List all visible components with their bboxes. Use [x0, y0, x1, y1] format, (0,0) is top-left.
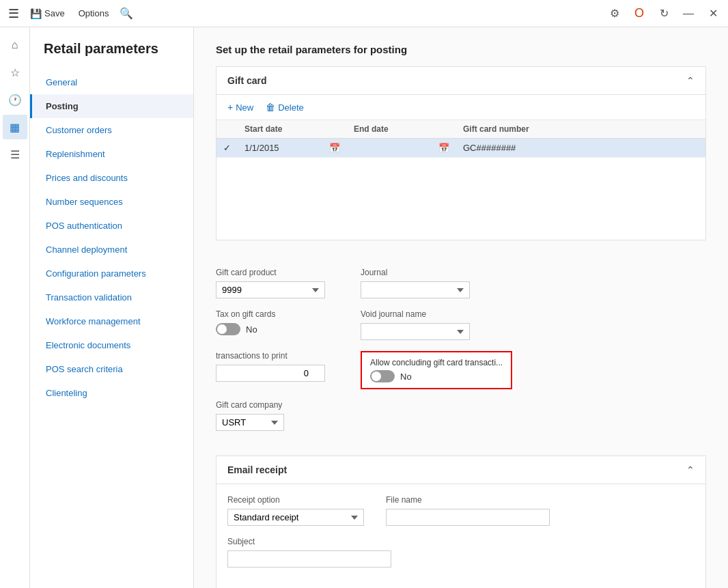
new-label: New: [236, 102, 253, 113]
gift-card-section: Gift card ⌃ + New 🗑 Delete: [216, 66, 706, 240]
top-bar-right: ⚙ O ↻ — ✕: [605, 4, 723, 23]
allow-concluding-highlight: Allow concluding gift card transacti... …: [361, 351, 512, 389]
gift-card-collapse-btn[interactable]: ⌃: [686, 75, 695, 86]
nav-clock-btn[interactable]: 🕐: [3, 87, 27, 112]
delete-label: Delete: [278, 102, 304, 113]
tax-toggle-row: No: [216, 323, 339, 335]
sidebar-item-posting[interactable]: Posting: [30, 94, 193, 118]
subject-input[interactable]: [227, 550, 391, 568]
col-end-date: End date: [347, 120, 456, 139]
close-button[interactable]: ✕: [703, 4, 723, 23]
void-journal-group: Void journal name: [361, 309, 484, 340]
sidebar-item-replenishment[interactable]: Replenishment: [30, 142, 193, 166]
sidebar-item-general[interactable]: General: [30, 70, 193, 94]
row-check: ✓: [216, 139, 238, 158]
tax-no-label: No: [246, 324, 257, 335]
sidebar-item-pos-authentication[interactable]: POS authentication: [30, 214, 193, 238]
new-button[interactable]: + New: [222, 99, 259, 115]
row-end-date[interactable]: 📅: [347, 139, 456, 158]
sidebar: Retail parameters General Posting Custom…: [30, 27, 194, 588]
receipt-option-select[interactable]: Standard receipt: [227, 509, 364, 526]
row-start-date[interactable]: 1/1/2015 📅: [238, 139, 347, 158]
options-button[interactable]: Options: [73, 5, 115, 21]
top-bar: ☰ 💾 Save Options 🔍 ⚙ O ↻ — ✕: [0, 0, 728, 27]
gift-card-product-select[interactable]: 9999: [216, 281, 325, 298]
sidebar-item-configuration-parameters[interactable]: Configuration parameters: [30, 262, 193, 285]
save-icon: 💾: [30, 8, 42, 19]
search-button[interactable]: 🔍: [117, 4, 136, 23]
nav-list-btn[interactable]: ☰: [3, 142, 27, 167]
file-name-group: File name: [386, 495, 550, 526]
end-date-calendar-icon[interactable]: 📅: [438, 143, 449, 153]
email-receipt-title: Email receipt: [227, 464, 287, 475]
table-empty-space: [216, 158, 705, 240]
options-label: Options: [79, 8, 109, 18]
form-row-4: Gift card company USRT: [216, 400, 706, 431]
tax-gift-cards-label: Tax on gift cards: [216, 309, 339, 319]
subject-group: Subject: [227, 537, 391, 568]
tax-toggle[interactable]: [216, 323, 240, 335]
gift-card-form: Gift card product 9999 Journal: [216, 254, 706, 456]
journal-group: Journal: [361, 268, 484, 298]
sidebar-item-electronic-documents[interactable]: Electronic documents: [30, 333, 193, 357]
file-name-input[interactable]: [386, 509, 550, 526]
sidebar-item-transaction-validation[interactable]: Transaction validation: [30, 285, 193, 309]
save-button[interactable]: 💾 Save: [25, 5, 70, 22]
sidebar-item-prices-discounts[interactable]: Prices and discounts: [30, 166, 193, 190]
nav-star-btn[interactable]: ☆: [3, 60, 27, 85]
gift-card-product-label: Gift card product: [216, 268, 339, 277]
sidebar-item-clienteling[interactable]: Clienteling: [30, 381, 193, 405]
settings-icon-btn[interactable]: ⚙: [605, 4, 624, 23]
sidebar-item-customer-orders[interactable]: Customer orders: [30, 118, 193, 142]
email-receipt-header[interactable]: Email receipt ⌃: [216, 456, 705, 484]
allow-concluding-toggle[interactable]: [370, 370, 395, 382]
table-body: ✓ 1/1/2015 📅: [216, 139, 705, 158]
save-label: Save: [44, 8, 65, 18]
main-content: Set up the retail parameters for posting…: [194, 27, 728, 588]
receipt-option-group: Receipt option Standard receipt: [227, 495, 364, 526]
page-title: Retail parameters: [30, 41, 193, 70]
row-gift-card-number: GC########: [456, 139, 705, 158]
transactions-to-print-label: transactions to print: [216, 351, 339, 361]
receipt-option-label: Receipt option: [227, 495, 364, 505]
allow-concluding-no-label: No: [400, 372, 412, 382]
allow-concluding-group: Allow concluding gift card transacti... …: [361, 351, 512, 389]
void-journal-select[interactable]: [361, 323, 470, 340]
table-row[interactable]: ✓ 1/1/2015 📅: [216, 139, 705, 158]
content-inner: Set up the retail parameters for posting…: [194, 27, 728, 588]
email-receipt-section: Email receipt ⌃ Receipt option Standard …: [216, 456, 706, 588]
hamburger-button[interactable]: ☰: [5, 3, 22, 24]
gift-card-section-header[interactable]: Gift card ⌃: [216, 67, 705, 95]
top-bar-left: ☰ 💾 Save Options 🔍: [5, 3, 602, 24]
transactions-to-print-input[interactable]: 0: [216, 365, 325, 382]
section-subtitle: Set up the retail parameters for posting: [216, 44, 706, 55]
form-row-2: Tax on gift cards No Void journal name: [216, 309, 706, 340]
start-date-calendar-icon[interactable]: 📅: [329, 143, 340, 153]
allow-concluding-label: Allow concluding gift card transacti...: [370, 358, 503, 367]
refresh-button[interactable]: ↻: [654, 4, 673, 23]
gift-card-product-group: Gift card product 9999: [216, 268, 339, 298]
sidebar-item-channel-deployment[interactable]: Channel deployment: [30, 238, 193, 262]
gift-card-company-select[interactable]: USRT: [216, 414, 284, 431]
gift-card-toolbar: + New 🗑 Delete: [216, 95, 705, 120]
sidebar-item-pos-search-criteria[interactable]: POS search criteria: [30, 357, 193, 381]
minimize-button[interactable]: —: [679, 4, 698, 23]
delete-button[interactable]: 🗑 Delete: [260, 99, 309, 115]
subject-label: Subject: [227, 537, 391, 546]
nav-home-btn[interactable]: ⌂: [3, 33, 27, 57]
allow-concluding-toggle-row: No: [370, 370, 503, 382]
gift-card-table-area: Start date End date Gift card number ✓: [216, 120, 705, 240]
col-start-date: Start date: [238, 120, 347, 139]
journal-select[interactable]: [361, 281, 470, 298]
office-icon-btn[interactable]: O: [630, 4, 649, 23]
tax-gift-cards-group: Tax on gift cards No: [216, 309, 339, 335]
nav-grid-btn[interactable]: ▦: [3, 115, 27, 139]
checkmark-icon: ✓: [223, 143, 231, 153]
email-receipt-collapse-btn[interactable]: ⌃: [686, 464, 695, 475]
sidebar-item-workforce-management[interactable]: Workforce management: [30, 309, 193, 333]
sidebar-item-number-sequences[interactable]: Number sequences: [30, 190, 193, 214]
gift-card-title: Gift card: [227, 75, 267, 86]
form-row-3: transactions to print 0 Allow concluding…: [216, 351, 706, 389]
tax-toggle-slider: [216, 323, 240, 335]
journal-label: Journal: [361, 268, 484, 277]
